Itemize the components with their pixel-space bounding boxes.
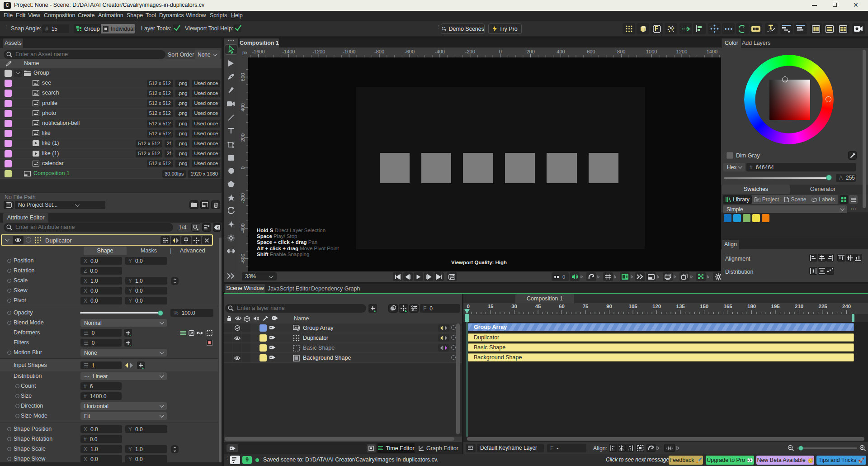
- svg-text:165: 165: [724, 304, 733, 309]
- svg-text:120: 120: [652, 304, 661, 309]
- svg-text:195: 195: [771, 304, 780, 309]
- svg-text:-1600: -1600: [252, 49, 264, 54]
- svg-text:45: 45: [535, 304, 541, 309]
- svg-text:-600: -600: [405, 49, 415, 54]
- svg-text:1000: 1000: [646, 49, 657, 54]
- svg-text:75: 75: [583, 304, 589, 309]
- svg-text:240: 240: [842, 304, 851, 309]
- svg-text:135: 135: [676, 304, 685, 309]
- svg-text:-800: -800: [374, 49, 384, 54]
- svg-text:-400: -400: [435, 49, 445, 54]
- svg-text:-1000: -1000: [343, 49, 355, 54]
- svg-text:180: 180: [747, 304, 756, 309]
- svg-text:60: 60: [559, 304, 565, 309]
- svg-text:30: 30: [511, 304, 517, 309]
- svg-text:15: 15: [488, 304, 494, 309]
- svg-text:0: 0: [499, 49, 502, 54]
- svg-text:200: 200: [526, 49, 534, 54]
- svg-text:-1400: -1400: [282, 49, 295, 54]
- svg-text:225: 225: [819, 304, 828, 309]
- svg-text:0: 0: [467, 304, 470, 309]
- svg-text:400: 400: [557, 49, 565, 54]
- svg-text:800: 800: [617, 49, 625, 54]
- svg-text:210: 210: [795, 304, 803, 309]
- svg-text:150: 150: [700, 304, 708, 309]
- svg-text:0: 0: [562, 274, 565, 280]
- svg-text:1200: 1200: [676, 49, 687, 54]
- svg-text:90: 90: [606, 304, 612, 309]
- svg-text:105: 105: [629, 304, 638, 309]
- svg-text:600: 600: [587, 49, 595, 54]
- svg-text:-1200: -1200: [312, 49, 325, 54]
- svg-text:1400: 1400: [707, 49, 717, 54]
- svg-text:-200: -200: [465, 49, 475, 54]
